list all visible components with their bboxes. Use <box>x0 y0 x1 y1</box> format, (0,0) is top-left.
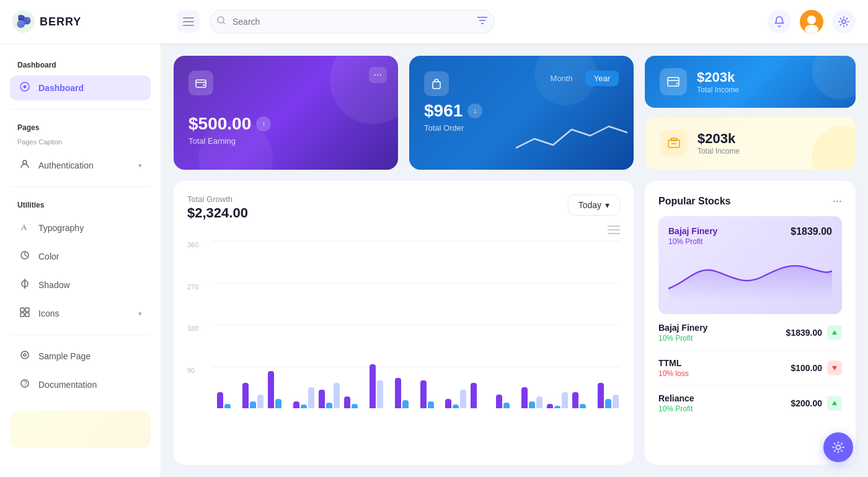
today-filter-button[interactable]: Today ▾ <box>568 195 620 216</box>
income-blue-icon <box>660 68 687 95</box>
bar-purple <box>496 395 502 409</box>
svg-rect-2 <box>183 17 194 19</box>
svg-point-30 <box>203 84 205 86</box>
bar-purple <box>344 396 350 408</box>
stock-change: 10% Profit <box>658 334 707 343</box>
stock-right: $200.00 <box>790 396 842 411</box>
income-blue-info: $203k Total Income <box>697 69 739 94</box>
shadow-icon <box>19 279 31 291</box>
svg-rect-36 <box>671 138 677 141</box>
bar-group <box>395 378 417 408</box>
bar-blue <box>326 403 332 408</box>
stock-name: Reliance <box>658 393 694 403</box>
stock-name: TTML <box>658 358 689 368</box>
bar-blue <box>605 399 611 408</box>
sidebar-item-authentication[interactable]: Authentication ▾ <box>10 153 151 178</box>
main-content: ··· $500.00 ↑ Total Earning <box>161 43 868 477</box>
bar-group <box>370 364 392 408</box>
svg-rect-29 <box>196 80 206 87</box>
typography-icon: A <box>19 222 31 234</box>
icons-chevron-down-icon: ▾ <box>138 310 142 318</box>
sidebar-pages-caption: Pages Caption <box>10 138 151 149</box>
dashboard-icon <box>19 82 31 94</box>
svg-rect-32 <box>668 77 679 86</box>
bars-container <box>217 241 620 408</box>
stocks-more-icon[interactable]: ··· <box>833 195 842 208</box>
up-arrow-badge: ↑ <box>256 116 271 131</box>
bar-light <box>257 395 264 409</box>
tab-month-button[interactable]: Month <box>542 71 582 86</box>
down-arrow-badge: ↓ <box>467 103 482 118</box>
chart-menu-icon[interactable] <box>187 225 620 235</box>
sidebar-item-color[interactable]: Color <box>10 244 151 269</box>
top-cards-row: ··· $500.00 ↑ Total Earning <box>174 56 856 170</box>
sidebar-label-authentication: Authentication <box>38 160 94 170</box>
svg-rect-21 <box>20 308 24 312</box>
card-total-order: Month Year $961 ↓ Total Order <box>409 56 634 170</box>
bag-icon <box>430 77 443 90</box>
stocks-header: Popular Stocks ··· <box>658 195 842 208</box>
right-cards: $203k Total Income $203k Total Income <box>645 56 856 170</box>
settings-icon <box>838 16 849 27</box>
bar-group <box>420 380 443 408</box>
chart-amount: $2,324.00 <box>187 205 248 221</box>
sidebar-item-typography[interactable]: A Typography <box>10 216 151 240</box>
stock-info: TTML 10% loss <box>658 358 689 378</box>
income-yellow-amount: $203k <box>698 131 740 147</box>
fab-settings-icon <box>832 441 844 453</box>
svg-text:?: ? <box>24 380 27 387</box>
stock-price: $200.00 <box>790 398 822 408</box>
bar-light <box>334 383 340 408</box>
search-input[interactable] <box>210 10 495 33</box>
bar-light <box>460 390 466 408</box>
bar-blue <box>580 404 586 409</box>
sidebar-item-shadow[interactable]: Shadow <box>10 273 151 297</box>
app-name: BERRY <box>40 15 81 28</box>
svg-point-12 <box>805 25 818 33</box>
stock-list: Bajaj Finery 10% Profit $1839.00 TTML 10… <box>658 323 842 413</box>
svg-line-6 <box>223 22 225 24</box>
stocks-title: Popular Stocks <box>658 196 730 207</box>
bar-blue <box>402 400 409 409</box>
logo: 🫐 BERRY <box>12 11 167 33</box>
sidebar-section-pages: Pages <box>10 118 151 134</box>
sidebar-item-dashboard[interactable]: Dashboard <box>10 76 151 100</box>
stock-change: 10% loss <box>658 369 689 378</box>
featured-stock-svg <box>668 252 832 302</box>
filter-icon[interactable] <box>477 16 487 27</box>
sidebar-item-documentation[interactable]: ? Documentation <box>10 372 151 397</box>
card-more-button[interactable]: ··· <box>369 67 387 83</box>
stock-row: TTML 10% loss $100.00 <box>658 358 842 386</box>
sidebar-label-documentation: Documentation <box>38 380 97 390</box>
card-income-blue: $203k Total Income <box>645 56 856 108</box>
stock-price: $100.00 <box>790 363 822 373</box>
avatar[interactable] <box>800 10 823 33</box>
bar-group <box>496 395 518 409</box>
color-icon <box>19 250 31 263</box>
sidebar-item-icons[interactable]: Icons ▾ <box>10 301 151 326</box>
layout: Dashboard Dashboard Pages Pages Caption … <box>0 43 868 477</box>
sidebar-label-typography: Typography <box>38 223 84 233</box>
svg-point-44 <box>836 445 841 450</box>
notification-button[interactable] <box>768 10 791 33</box>
stock-right: $100.00 <box>790 361 842 375</box>
header-settings-button[interactable] <box>832 10 856 33</box>
bar-purple <box>572 392 578 408</box>
svg-point-15 <box>24 85 27 89</box>
tab-year-button[interactable]: Year <box>585 71 619 86</box>
earning-amount: $500.00 ↑ <box>188 114 383 134</box>
header-right <box>768 10 856 33</box>
income-blue-amount: $203k <box>697 69 739 85</box>
svg-point-26 <box>24 354 26 356</box>
sidebar-item-sample[interactable]: Sample Page <box>10 344 151 369</box>
bar-light <box>308 387 314 408</box>
chart-card: Total Growth $2,324.00 Today ▾ 360 270 <box>174 181 634 465</box>
bar-purple <box>217 392 223 408</box>
bar-blue <box>301 405 307 408</box>
hamburger-button[interactable] <box>177 11 200 33</box>
svg-point-11 <box>807 15 816 24</box>
fab-settings-button[interactable] <box>823 432 853 462</box>
bar-group <box>547 392 569 408</box>
bar-light <box>562 392 568 408</box>
dropdown-arrow-icon: ▾ <box>605 200 609 210</box>
